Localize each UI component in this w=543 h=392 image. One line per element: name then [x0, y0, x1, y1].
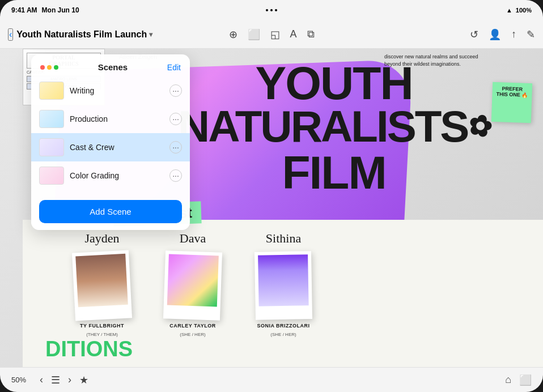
scenes-list: Writing ··· Production ··· Cast & Crew ·… [31, 76, 190, 194]
slide-list-button[interactable]: ☰ [51, 374, 60, 386]
cast-signature-ty: Jayden [84, 231, 119, 246]
window-dot-close[interactable] [40, 65, 45, 70]
table-icon[interactable]: ⬜ [248, 28, 260, 41]
scene-label-production: Production [70, 114, 164, 123]
film-title-naturalists: NATURALISTS ✿ [178, 106, 490, 146]
window-control-dots [40, 65, 58, 70]
scene-item-cast-crew[interactable]: Cast & Crew ··· [31, 133, 190, 161]
title-text: Youth Naturalists Film Launch [16, 29, 147, 40]
scene-more-cast-crew[interactable]: ··· [169, 141, 182, 154]
scene-item-writing[interactable]: Writing ··· [31, 76, 190, 105]
bottom-navigation: ‹ ☰ › ★ [40, 374, 88, 386]
window-dot-minimize[interactable] [47, 65, 52, 70]
polaroid-carley [163, 250, 222, 320]
cast-signature-carley: Dava [180, 231, 206, 246]
cast-pronoun-ty: (THEY / THEM) [86, 332, 118, 337]
cast-name-ty: TY FULLBRIGHT [80, 323, 124, 329]
prev-slide-button[interactable]: ‹ [40, 374, 43, 386]
scene-thumb-color-grading [39, 167, 64, 185]
collaborators-icon[interactable]: 👤 [489, 28, 501, 41]
film-title-film: FILM [178, 146, 490, 199]
main-content: PORTALGRAPHICS CAMERA: MACRO LENS STEADY… [0, 49, 543, 367]
scenes-edit-button[interactable]: Edit [167, 63, 181, 72]
scenes-panel-title: Scenes [98, 62, 128, 72]
status-bar: 9:41 AM Mon Jun 10 ▲ 100% [0, 0, 543, 20]
scenes-header: Scenes Edit [31, 54, 190, 76]
bottom-right-icons: ⌂ ⬜ [505, 374, 532, 386]
document-title[interactable]: Youth Naturalists Film Launch ▾ [16, 29, 152, 40]
cast-photo-ty [75, 254, 128, 307]
cast-pronoun-carley: (SHE / HER) [180, 332, 205, 337]
text-icon[interactable]: A [290, 28, 297, 40]
polaroid-sonia [254, 251, 312, 320]
scene-more-production[interactable]: ··· [169, 113, 182, 125]
status-dot-2 [270, 9, 273, 11]
toolbar-left: ‹ Youth Naturalists Film Launch ▾ [8, 28, 229, 41]
scenes-panel: Scenes Edit Writing ··· Production ··· [31, 54, 190, 230]
title-chevron-icon: ▾ [149, 31, 152, 39]
toolbar-right: ↺ 👤 ↑ ✎ [315, 28, 536, 41]
scene-item-marketing[interactable]: Marketing ··· [31, 190, 190, 194]
canvas-annotation: discover new natural realms and succeed … [384, 53, 486, 67]
sticky-note-text: PREFER THIS ONE 🔥 [496, 86, 528, 98]
cast-photos: Jayden TY FULLBRIGHT (THEY / THEM) Dava [74, 220, 509, 337]
scene-thumb-cast-crew [39, 138, 64, 156]
scene-item-color-grading[interactable]: Color Grading ··· [31, 161, 190, 190]
scene-label-color-grading: Color Grading [70, 171, 164, 180]
cast-name-carley: CARLEY TAYLOR [169, 323, 215, 329]
scene-label-writing: Writing [70, 86, 164, 95]
ipad-frame: 9:41 AM Mon Jun 10 ▲ 100% ‹ Youth Natura… [0, 0, 543, 392]
bottom-bar: 50% ‹ ☰ › ★ ⌂ ⬜ [0, 367, 543, 392]
wifi-icon: ▲ [506, 7, 512, 14]
cast-name-sonia: SONIA BRIZZOLARI [257, 323, 309, 329]
status-date: Mon Jun 10 [42, 6, 79, 14]
status-center-dots [266, 9, 277, 11]
scene-item-production[interactable]: Production ··· [31, 105, 190, 133]
add-object-icon[interactable]: ⊕ [229, 28, 237, 41]
cast-pronoun-sonia: (SHE / HER) [270, 332, 296, 337]
cast-photo-sonia [258, 254, 309, 306]
flower-decoration-icon: ✿ [465, 111, 493, 142]
arrange-icon[interactable]: ⌂ [505, 374, 511, 386]
status-dot-1 [266, 9, 268, 11]
battery-level: 100% [516, 7, 532, 14]
scene-more-writing[interactable]: ··· [169, 84, 182, 97]
toolbar: ‹ Youth Naturalists Film Launch ▾ ⊕ ⬜ ◱ … [0, 20, 543, 49]
add-scene-button[interactable]: Add Scene [39, 200, 182, 223]
film-title: YOUTH NATURALISTS ✿ FILM [178, 60, 490, 199]
cast-member-carley: Dava CARLEY TAYLOR (SHE / HER) [164, 231, 221, 337]
cast-member-sonia: Sithina SONIA BRIZZOLARI (SHE / HER) [255, 231, 312, 337]
cast-signature-sonia: Sithina [266, 231, 301, 246]
scene-thumb-writing [39, 82, 64, 100]
polaroid-ty [72, 250, 132, 321]
status-right: ▲ 100% [506, 7, 532, 14]
toolbar-center: ⊕ ⬜ ◱ A ⧉ [229, 28, 315, 41]
scene-more-color-grading[interactable]: ··· [169, 169, 182, 182]
media-icon[interactable]: ⧉ [307, 28, 315, 40]
share-icon[interactable]: ↑ [511, 28, 516, 40]
cast-member-ty: Jayden TY FULLBRIGHT (THEY / THEM) [74, 231, 130, 337]
back-button[interactable]: ‹ [8, 28, 13, 41]
status-dot-3 [275, 9, 277, 11]
sticky-note[interactable]: PREFER THIS ONE 🔥 [491, 82, 532, 123]
edit-icon[interactable]: ✎ [527, 28, 535, 41]
fullscreen-icon[interactable]: ⬜ [519, 374, 532, 386]
status-time: 9:41 AM [11, 6, 37, 14]
chart-icon[interactable]: ◱ [270, 28, 280, 41]
cast-photo-carley [167, 254, 219, 306]
zoom-level: 50% [11, 376, 26, 384]
undo-icon[interactable]: ↺ [470, 28, 478, 41]
back-chevron-icon: ‹ [9, 29, 12, 40]
green-text-decoration: DITIONS [45, 337, 133, 361]
window-dot-maximize[interactable] [54, 65, 58, 70]
scene-label-cast-crew: Cast & Crew [70, 143, 164, 152]
next-slide-button[interactable]: › [68, 374, 71, 386]
film-title-naturalists-text: NATURALISTS [178, 106, 468, 146]
scene-thumb-production [39, 110, 64, 128]
favorite-button[interactable]: ★ [79, 374, 88, 386]
